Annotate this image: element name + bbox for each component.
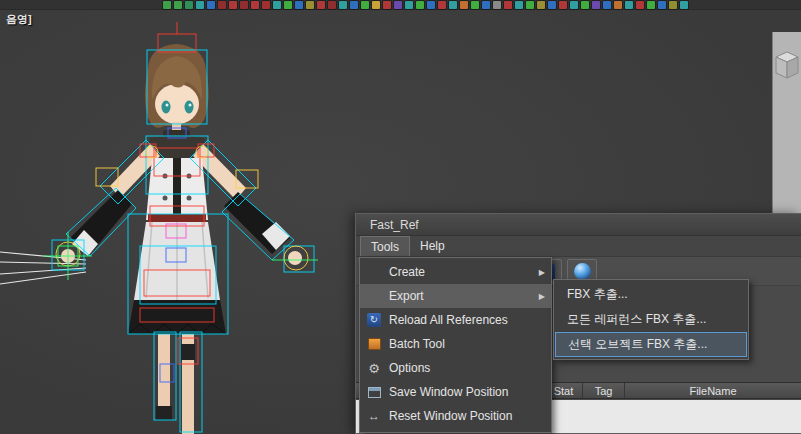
toolbar-icon[interactable] [471, 1, 479, 9]
toolbar-icon[interactable] [482, 1, 490, 9]
column-header-tag[interactable]: Tag [582, 383, 624, 398]
toolbar-icon[interactable] [548, 1, 556, 9]
toolbar-icon[interactable] [460, 1, 468, 9]
menu-item-batch-tool[interactable]: Batch Tool [360, 332, 551, 356]
toolbar-icon[interactable] [449, 1, 457, 9]
toolbar-icon[interactable] [658, 1, 666, 9]
toolbar-icon[interactable] [526, 1, 534, 9]
toolbar-icon[interactable] [680, 1, 688, 9]
menu-item-label: Batch Tool [389, 337, 445, 351]
toolbar-icon[interactable] [372, 1, 380, 9]
menu-item-label: Export [389, 289, 424, 303]
toolbar-icon[interactable] [504, 1, 512, 9]
application-screen: 음영] [0, 0, 801, 434]
toolbar-icon[interactable] [603, 1, 611, 9]
menu-item-export[interactable]: Export ▶ [360, 284, 551, 308]
tools-dropdown-menu: Create ▶ Export ▶ Reload All References … [359, 257, 552, 433]
toolbar-icon[interactable] [493, 1, 501, 9]
toolbar-icon[interactable] [515, 1, 523, 9]
menu-item-label: Create [389, 265, 425, 279]
toolbar-icon[interactable] [636, 1, 644, 9]
toolbar-icon[interactable] [570, 1, 578, 9]
submenu-item-label: 모든 레퍼런스 FBX 추출... [567, 311, 706, 328]
submenu-item-label: 선택 오브젝트 FBX 추출... [568, 336, 707, 353]
save-position-icon [365, 384, 383, 400]
menu-item-reload-all-references[interactable]: Reload All References [360, 308, 551, 332]
toolbar-icon[interactable] [383, 1, 391, 9]
menu-item-label: Reload All References [389, 313, 508, 327]
side-panel [772, 32, 801, 213]
column-header-filename[interactable]: FileName [624, 383, 801, 398]
reset-position-icon [365, 408, 383, 424]
toolbar-icon[interactable] [647, 1, 655, 9]
menu-item-label: Reset Window Position [389, 409, 512, 423]
toolbar-icon[interactable] [405, 1, 413, 9]
toolbar-icon[interactable] [438, 1, 446, 9]
toolbar-icon[interactable] [427, 1, 435, 9]
toolbar-icon[interactable] [416, 1, 424, 9]
toolbar-icon[interactable] [361, 1, 369, 9]
toolbar-icon[interactable] [537, 1, 545, 9]
blank-icon [365, 288, 383, 304]
batch-tool-icon [365, 336, 383, 352]
menu-item-reset-window-position[interactable]: Reset Window Position [360, 404, 551, 428]
menu-item-save-window-position[interactable]: Save Window Position [360, 380, 551, 404]
submenu-arrow-icon: ▶ [539, 268, 545, 277]
toolbar-icon[interactable] [614, 1, 622, 9]
menu-item-options[interactable]: Options [360, 356, 551, 380]
toolbar-icon[interactable] [581, 1, 589, 9]
toolbar-icon[interactable] [559, 1, 567, 9]
toolbar-icon[interactable] [625, 1, 633, 9]
sphere-icon [574, 263, 591, 280]
toolbar-icon[interactable] [669, 1, 677, 9]
viewport-character-model[interactable] [0, 8, 360, 434]
menu-tools[interactable]: Tools [360, 236, 410, 256]
menu-item-label: Options [389, 361, 430, 375]
blank-icon [365, 264, 383, 280]
submenu-item-fbx-export[interactable]: FBX 추출... [554, 282, 748, 307]
fast-ref-window: Fast_Ref Tools Help Stat Tag FileName C [355, 213, 801, 434]
toolbar-icon[interactable] [394, 1, 402, 9]
submenu-item-selected-object-fbx-export[interactable]: 선택 오브젝트 FBX 추출... [555, 332, 747, 357]
window-menubar: Tools Help [356, 236, 801, 257]
toolbar-icon[interactable] [592, 1, 600, 9]
gear-icon [365, 360, 383, 376]
reload-icon [365, 312, 383, 328]
menu-help[interactable]: Help [410, 236, 455, 256]
viewcube-icon[interactable] [774, 48, 800, 88]
export-submenu: FBX 추출... 모든 레퍼런스 FBX 추출... 선택 오브젝트 FBX … [553, 279, 749, 360]
submenu-arrow-icon: ▶ [539, 292, 545, 301]
menu-item-create[interactable]: Create ▶ [360, 260, 551, 284]
submenu-item-all-references-fbx-export[interactable]: 모든 레퍼런스 FBX 추출... [554, 307, 748, 332]
window-title: Fast_Ref [370, 218, 419, 232]
menu-item-label: Save Window Position [389, 385, 508, 399]
submenu-item-label: FBX 추출... [567, 286, 628, 303]
window-titlebar[interactable]: Fast_Ref [356, 214, 801, 236]
